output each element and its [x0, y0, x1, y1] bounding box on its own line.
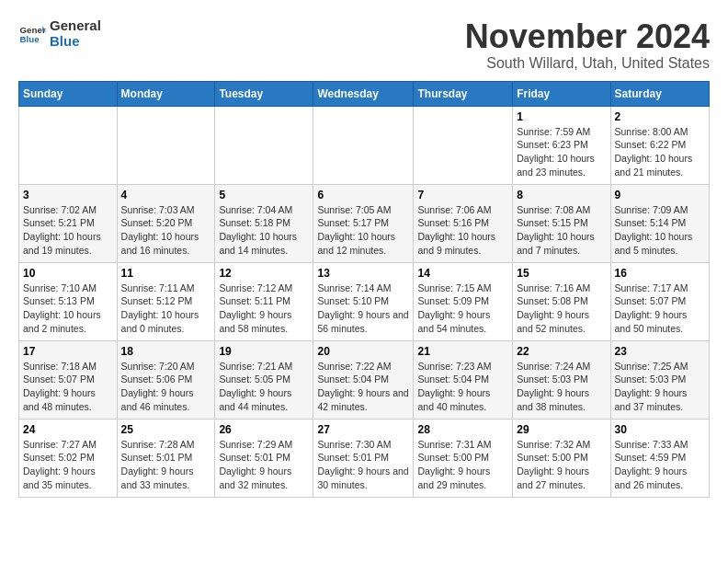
day-number: 30 [615, 423, 705, 436]
calendar-cell: 22Sunrise: 7:24 AM Sunset: 5:03 PM Dayli… [513, 340, 610, 419]
calendar-cell: 1Sunrise: 7:59 AM Sunset: 6:23 PM Daylig… [513, 106, 610, 184]
day-number: 16 [615, 267, 705, 280]
title-area: November 2024 South Willard, Utah, Unite… [465, 18, 710, 72]
day-number: 21 [417, 345, 508, 358]
calendar-cell: 14Sunrise: 7:15 AM Sunset: 5:09 PM Dayli… [414, 262, 513, 340]
svg-text:General: General [20, 24, 47, 34]
calendar-cell: 9Sunrise: 7:09 AM Sunset: 5:14 PM Daylig… [610, 184, 709, 262]
logo-line2: Blue [50, 34, 101, 50]
calendar-cell: 2Sunrise: 8:00 AM Sunset: 6:22 PM Daylig… [610, 106, 709, 184]
day-number: 2 [615, 110, 705, 123]
day-number: 14 [417, 267, 508, 280]
week-row-4: 24Sunrise: 7:27 AM Sunset: 5:02 PM Dayli… [19, 419, 710, 497]
header-day-monday: Monday [117, 81, 215, 106]
calendar-cell: 8Sunrise: 7:08 AM Sunset: 5:15 PM Daylig… [513, 184, 610, 262]
header-day-tuesday: Tuesday [215, 81, 313, 106]
day-number: 28 [417, 423, 508, 436]
day-number: 11 [121, 267, 211, 280]
day-info: Sunrise: 7:03 AM Sunset: 5:20 PM Dayligh… [121, 203, 211, 258]
day-info: Sunrise: 7:15 AM Sunset: 5:09 PM Dayligh… [417, 282, 508, 336]
day-info: Sunrise: 8:00 AM Sunset: 6:22 PM Dayligh… [615, 125, 705, 179]
calendar-cell: 20Sunrise: 7:22 AM Sunset: 5:04 PM Dayli… [313, 340, 414, 419]
day-number: 3 [23, 189, 113, 201]
day-number: 17 [23, 345, 113, 358]
logo-icon: General Blue [18, 20, 46, 48]
day-number: 24 [23, 423, 113, 436]
svg-text:Blue: Blue [20, 34, 40, 44]
calendar-cell: 3Sunrise: 7:02 AM Sunset: 5:21 PM Daylig… [19, 184, 118, 262]
calendar-cell: 4Sunrise: 7:03 AM Sunset: 5:20 PM Daylig… [117, 184, 215, 262]
day-info: Sunrise: 7:02 AM Sunset: 5:21 PM Dayligh… [23, 203, 113, 258]
day-number: 5 [219, 189, 309, 201]
calendar-cell: 7Sunrise: 7:06 AM Sunset: 5:16 PM Daylig… [414, 184, 513, 262]
calendar-cell: 19Sunrise: 7:21 AM Sunset: 5:05 PM Dayli… [215, 340, 313, 419]
calendar-cell: 17Sunrise: 7:18 AM Sunset: 5:07 PM Dayli… [19, 340, 118, 419]
calendar-cell: 11Sunrise: 7:11 AM Sunset: 5:12 PM Dayli… [117, 262, 215, 340]
day-info: Sunrise: 7:32 AM Sunset: 5:00 PM Dayligh… [517, 438, 606, 492]
day-info: Sunrise: 7:05 AM Sunset: 5:17 PM Dayligh… [317, 203, 409, 258]
calendar-cell [313, 106, 414, 184]
calendar-cell: 6Sunrise: 7:05 AM Sunset: 5:17 PM Daylig… [313, 184, 414, 262]
day-number: 10 [23, 267, 113, 280]
calendar-cell: 21Sunrise: 7:23 AM Sunset: 5:04 PM Dayli… [414, 340, 513, 419]
day-number: 6 [317, 189, 409, 201]
day-number: 12 [219, 267, 309, 280]
logo-line1: General [50, 18, 101, 34]
day-number: 18 [121, 345, 211, 358]
day-info: Sunrise: 7:30 AM Sunset: 5:01 PM Dayligh… [317, 438, 409, 492]
day-info: Sunrise: 7:21 AM Sunset: 5:05 PM Dayligh… [219, 360, 309, 414]
day-number: 20 [317, 345, 409, 358]
calendar-subtitle: South Willard, Utah, United States [465, 55, 710, 72]
day-info: Sunrise: 7:25 AM Sunset: 5:03 PM Dayligh… [615, 360, 705, 414]
calendar-cell: 10Sunrise: 7:10 AM Sunset: 5:13 PM Dayli… [19, 262, 118, 340]
day-info: Sunrise: 7:20 AM Sunset: 5:06 PM Dayligh… [121, 360, 211, 414]
day-info: Sunrise: 7:29 AM Sunset: 5:01 PM Dayligh… [219, 438, 309, 492]
calendar-cell [414, 106, 513, 184]
calendar-cell: 18Sunrise: 7:20 AM Sunset: 5:06 PM Dayli… [117, 340, 215, 419]
day-info: Sunrise: 7:11 AM Sunset: 5:12 PM Dayligh… [121, 282, 211, 336]
day-info: Sunrise: 7:24 AM Sunset: 5:03 PM Dayligh… [517, 360, 606, 414]
day-info: Sunrise: 7:08 AM Sunset: 5:15 PM Dayligh… [517, 203, 606, 258]
week-row-3: 17Sunrise: 7:18 AM Sunset: 5:07 PM Dayli… [19, 340, 710, 419]
day-info: Sunrise: 7:23 AM Sunset: 5:04 PM Dayligh… [417, 360, 508, 414]
day-number: 23 [615, 345, 705, 358]
day-info: Sunrise: 7:28 AM Sunset: 5:01 PM Dayligh… [121, 438, 211, 492]
day-number: 27 [317, 423, 409, 436]
day-info: Sunrise: 7:33 AM Sunset: 4:59 PM Dayligh… [615, 438, 705, 492]
header-day-sunday: Sunday [19, 81, 118, 106]
calendar-cell: 15Sunrise: 7:16 AM Sunset: 5:08 PM Dayli… [513, 262, 610, 340]
header-day-saturday: Saturday [610, 81, 709, 106]
calendar-cell: 24Sunrise: 7:27 AM Sunset: 5:02 PM Dayli… [19, 419, 118, 497]
day-info: Sunrise: 7:22 AM Sunset: 5:04 PM Dayligh… [317, 360, 409, 414]
day-number: 1 [517, 110, 606, 123]
calendar-cell: 23Sunrise: 7:25 AM Sunset: 5:03 PM Dayli… [610, 340, 709, 419]
day-info: Sunrise: 7:09 AM Sunset: 5:14 PM Dayligh… [615, 203, 705, 258]
week-row-0: 1Sunrise: 7:59 AM Sunset: 6:23 PM Daylig… [19, 106, 710, 184]
day-number: 9 [615, 189, 705, 201]
calendar-cell: 13Sunrise: 7:14 AM Sunset: 5:10 PM Dayli… [313, 262, 414, 340]
week-row-2: 10Sunrise: 7:10 AM Sunset: 5:13 PM Dayli… [19, 262, 710, 340]
calendar-cell: 27Sunrise: 7:30 AM Sunset: 5:01 PM Dayli… [313, 419, 414, 497]
calendar-cell: 5Sunrise: 7:04 AM Sunset: 5:18 PM Daylig… [215, 184, 313, 262]
calendar-cell: 30Sunrise: 7:33 AM Sunset: 4:59 PM Dayli… [610, 419, 709, 497]
day-number: 4 [121, 189, 211, 201]
calendar-cell: 12Sunrise: 7:12 AM Sunset: 5:11 PM Dayli… [215, 262, 313, 340]
day-info: Sunrise: 7:59 AM Sunset: 6:23 PM Dayligh… [517, 125, 606, 179]
day-info: Sunrise: 7:14 AM Sunset: 5:10 PM Dayligh… [317, 282, 409, 336]
calendar-header: SundayMondayTuesdayWednesdayThursdayFrid… [19, 81, 710, 106]
week-row-1: 3Sunrise: 7:02 AM Sunset: 5:21 PM Daylig… [19, 184, 710, 262]
header: General Blue General Blue November 2024 … [18, 18, 710, 72]
calendar-cell: 16Sunrise: 7:17 AM Sunset: 5:07 PM Dayli… [610, 262, 709, 340]
day-info: Sunrise: 7:04 AM Sunset: 5:18 PM Dayligh… [219, 203, 309, 258]
day-number: 7 [417, 189, 508, 201]
day-info: Sunrise: 7:17 AM Sunset: 5:07 PM Dayligh… [615, 282, 705, 336]
calendar-cell [215, 106, 313, 184]
header-day-wednesday: Wednesday [313, 81, 414, 106]
day-info: Sunrise: 7:10 AM Sunset: 5:13 PM Dayligh… [23, 282, 113, 336]
calendar-table: SundayMondayTuesdayWednesdayThursdayFrid… [18, 81, 710, 498]
logo: General Blue General Blue [18, 18, 101, 49]
day-number: 8 [517, 189, 606, 201]
calendar-cell: 29Sunrise: 7:32 AM Sunset: 5:00 PM Dayli… [513, 419, 610, 497]
day-number: 22 [517, 345, 606, 358]
header-row: SundayMondayTuesdayWednesdayThursdayFrid… [19, 81, 710, 106]
